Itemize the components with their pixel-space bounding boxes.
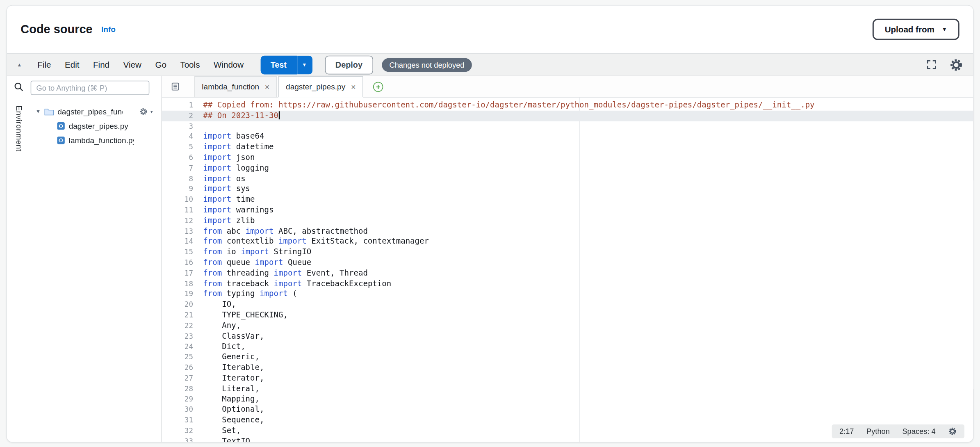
collapse-panel-icon[interactable]: ▲	[17, 62, 22, 68]
line-number[interactable]: 24	[162, 342, 193, 352]
close-tab-icon[interactable]: ×	[265, 83, 270, 91]
code-line-20[interactable]: 20 IO,	[162, 299, 973, 310]
code-line-19[interactable]: 19from typing import (	[162, 289, 973, 300]
code-line-17[interactable]: 17from threading import Event, Thread	[162, 268, 973, 279]
new-tab-button[interactable]: +	[373, 82, 383, 91]
line-number[interactable]: 31	[162, 415, 193, 426]
goto-anything-input[interactable]	[31, 81, 150, 95]
code-line-28[interactable]: 28 Literal,	[162, 383, 973, 394]
upload-from-button[interactable]: Upload from ▼	[872, 19, 959, 40]
statusbar-gear-icon[interactable]	[948, 427, 957, 436]
tab-dagster_pipes.py[interactable]: dagster_pipes.py×	[278, 76, 363, 98]
cursor-position[interactable]: 2:17	[839, 427, 854, 436]
line-number[interactable]: 6	[162, 153, 193, 163]
code-line-1[interactable]: 1## Copied from: https://raw.githubuserc…	[162, 100, 973, 111]
line-number[interactable]: 7	[162, 163, 193, 173]
code-line-27[interactable]: 27 Iterator,	[162, 373, 973, 384]
code-line-2[interactable]: 2## On 2023-11-30	[162, 110, 973, 121]
code-line-29[interactable]: 29 Mapping,	[162, 394, 973, 405]
code-line-22[interactable]: 22 Any,	[162, 321, 973, 331]
line-number[interactable]: 8	[162, 173, 193, 184]
file-list-icon[interactable]	[167, 76, 183, 97]
settings-gear-icon[interactable]	[949, 58, 963, 72]
tab-lambda_function[interactable]: lambda_function×	[194, 76, 277, 97]
code-line-24[interactable]: 24 Dict,	[162, 342, 973, 352]
code-line-31[interactable]: 31 Sequence,	[162, 415, 973, 426]
line-number[interactable]: 2	[162, 110, 193, 121]
code-line-30[interactable]: 30 Optional,	[162, 404, 973, 415]
code-editor[interactable]: 1## Copied from: https://raw.githubuserc…	[162, 98, 973, 442]
menu-window[interactable]: Window	[207, 60, 251, 69]
tree-item-dagster_pipes_funct[interactable]: ▼dagster_pipes_funct▼	[31, 105, 162, 119]
line-number[interactable]: 1	[162, 100, 193, 111]
menu-find[interactable]: Find	[86, 60, 116, 69]
menu-tools[interactable]: Tools	[173, 60, 207, 69]
line-number[interactable]: 9	[162, 184, 193, 195]
line-number[interactable]: 12	[162, 216, 193, 226]
search-icon[interactable]	[14, 82, 24, 92]
menu-view[interactable]: View	[116, 60, 148, 69]
code-line-23[interactable]: 23 ClassVar,	[162, 331, 973, 342]
line-number[interactable]: 22	[162, 321, 193, 331]
line-number[interactable]: 28	[162, 383, 193, 394]
code-line-3[interactable]: 3	[162, 121, 973, 132]
code-line-5[interactable]: 5import datetime	[162, 142, 973, 153]
line-number[interactable]: 32	[162, 426, 193, 436]
code-line-13[interactable]: 13from abc import ABC, abstractmethod	[162, 226, 973, 237]
code-line-16[interactable]: 16from queue import Queue	[162, 258, 973, 268]
code-line-7[interactable]: 7import logging	[162, 163, 973, 173]
disclosure-triangle-icon[interactable]: ▼	[36, 109, 44, 114]
code-line-9[interactable]: 9import sys	[162, 184, 973, 195]
line-number[interactable]: 30	[162, 404, 193, 415]
code-line-4[interactable]: 4import base64	[162, 132, 973, 142]
line-number[interactable]: 17	[162, 268, 193, 279]
line-number[interactable]: 23	[162, 331, 193, 342]
info-link[interactable]: Info	[101, 25, 116, 34]
menu-edit[interactable]: Edit	[58, 60, 86, 69]
language-mode[interactable]: Python	[866, 427, 890, 436]
line-number[interactable]: 15	[162, 247, 193, 258]
deploy-button[interactable]: Deploy	[325, 55, 373, 74]
line-number[interactable]: 19	[162, 289, 193, 300]
token-plain: Queue	[283, 258, 311, 267]
fullscreen-icon[interactable]	[926, 59, 937, 70]
line-number[interactable]: 13	[162, 226, 193, 237]
test-dropdown-button[interactable]: ▼	[296, 55, 312, 74]
tree-item-dagster_pipes.py[interactable]: dagster_pipes.py	[31, 119, 162, 133]
line-number[interactable]: 10	[162, 194, 193, 205]
line-number[interactable]: 21	[162, 310, 193, 321]
code-line-18[interactable]: 18from traceback import TracebackExcepti…	[162, 278, 973, 289]
environment-tab[interactable]: Environment	[14, 106, 23, 152]
code-line-10[interactable]: 10import time	[162, 194, 973, 205]
line-number[interactable]: 27	[162, 373, 193, 384]
line-number[interactable]: 33	[162, 436, 193, 442]
tree-item-lambda_function.py[interactable]: lambda_function.py	[31, 133, 162, 148]
close-tab-icon[interactable]: ×	[351, 83, 356, 91]
menu-go[interactable]: Go	[148, 60, 173, 69]
line-number[interactable]: 3	[162, 121, 193, 132]
line-number[interactable]: 20	[162, 299, 193, 310]
code-line-21[interactable]: 21 TYPE_CHECKING,	[162, 310, 973, 321]
line-number[interactable]: 18	[162, 278, 193, 289]
line-number[interactable]: 16	[162, 258, 193, 268]
line-number[interactable]: 5	[162, 142, 193, 153]
line-number[interactable]: 11	[162, 205, 193, 216]
line-number[interactable]: 26	[162, 363, 193, 373]
code-line-25[interactable]: 25 Generic,	[162, 352, 973, 363]
line-number[interactable]: 4	[162, 132, 193, 142]
code-line-14[interactable]: 14from contextlib import ExitStack, cont…	[162, 237, 973, 247]
line-number[interactable]: 29	[162, 394, 193, 405]
test-button[interactable]: Test	[260, 55, 296, 74]
line-number[interactable]: 14	[162, 237, 193, 247]
code-line-26[interactable]: 26 Iterable,	[162, 363, 973, 373]
line-number[interactable]: 25	[162, 352, 193, 363]
code-line-6[interactable]: 6import json	[162, 153, 973, 163]
code-line-11[interactable]: 11import warnings	[162, 205, 973, 216]
code-line-8[interactable]: 8import os	[162, 173, 973, 184]
tree-settings-gear-icon[interactable]: ▼	[139, 107, 154, 116]
spaces-setting[interactable]: Spaces: 4	[902, 427, 935, 436]
code-line-15[interactable]: 15from io import StringIO	[162, 247, 973, 258]
code-line-12[interactable]: 12import zlib	[162, 216, 973, 226]
token-keyword: import	[203, 173, 231, 183]
menu-file[interactable]: File	[31, 60, 58, 69]
